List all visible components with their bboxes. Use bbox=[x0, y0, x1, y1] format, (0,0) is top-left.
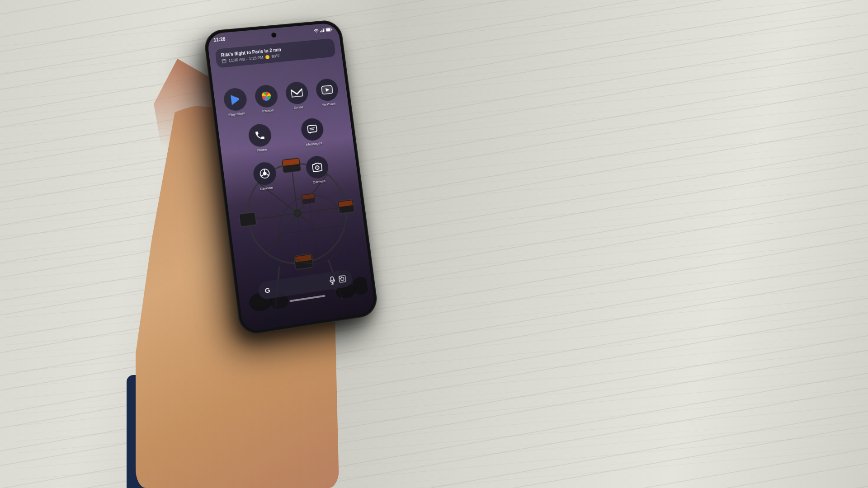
svg-point-49 bbox=[263, 172, 267, 176]
app-item-playstore[interactable]: Play Store bbox=[222, 87, 249, 117]
temperature: 90°F bbox=[271, 53, 280, 58]
app-item-photos[interactable]: Photos bbox=[254, 84, 279, 114]
chrome-logo-icon bbox=[258, 167, 271, 180]
phone-logo-icon bbox=[254, 129, 266, 141]
app-item-messages[interactable]: Messages bbox=[300, 117, 325, 147]
sun-icon bbox=[265, 55, 270, 59]
messages-logo-icon bbox=[306, 123, 319, 136]
svg-line-57 bbox=[331, 284, 334, 284]
svg-rect-58 bbox=[339, 275, 346, 282]
svg-rect-37 bbox=[222, 59, 226, 63]
playstore-icon[interactable] bbox=[222, 87, 248, 112]
svg-line-52 bbox=[267, 174, 269, 176]
chrome-icon[interactable] bbox=[252, 161, 278, 186]
app-item-phone[interactable]: Phone bbox=[247, 123, 273, 153]
app-item-gmail[interactable]: Gmail bbox=[284, 81, 310, 111]
svg-line-47 bbox=[310, 130, 314, 130]
lens-icon[interactable] bbox=[339, 275, 347, 283]
app-item-chrome[interactable]: Chrome bbox=[252, 161, 278, 192]
svg-rect-45 bbox=[307, 125, 317, 133]
messages-icon[interactable] bbox=[300, 117, 325, 142]
google-g-icon: G bbox=[264, 286, 271, 294]
wifi-icon bbox=[313, 28, 319, 33]
search-actions bbox=[329, 274, 346, 285]
phone-icon[interactable] bbox=[247, 123, 273, 148]
app-item-camera[interactable]: Camera bbox=[305, 155, 330, 185]
svg-line-50 bbox=[264, 169, 264, 172]
app-item-youtube[interactable]: YouTube bbox=[315, 78, 340, 107]
svg-rect-55 bbox=[330, 277, 334, 281]
svg-rect-60 bbox=[339, 276, 341, 279]
svg-line-46 bbox=[310, 128, 315, 128]
svg-line-40 bbox=[222, 61, 226, 61]
svg-rect-32 bbox=[323, 28, 324, 32]
svg-rect-31 bbox=[321, 30, 323, 32]
gmail-logo-icon bbox=[290, 88, 303, 99]
youtube-logo-icon bbox=[321, 85, 333, 95]
playstore-logo-icon bbox=[228, 93, 241, 106]
svg-point-54 bbox=[316, 167, 318, 169]
camera-app-icon[interactable] bbox=[305, 155, 330, 180]
photos-icon[interactable] bbox=[254, 84, 279, 108]
svg-rect-36 bbox=[331, 28, 332, 30]
svg-rect-16 bbox=[239, 212, 257, 227]
battery-icon bbox=[326, 27, 332, 32]
calendar-icon bbox=[222, 59, 226, 64]
svg-rect-30 bbox=[321, 31, 321, 33]
photos-logo-icon bbox=[259, 90, 273, 103]
gmail-icon[interactable] bbox=[284, 81, 309, 105]
signal-icon bbox=[320, 28, 325, 33]
status-time: 11:28 bbox=[213, 36, 226, 42]
svg-rect-35 bbox=[326, 28, 330, 31]
svg-rect-33 bbox=[324, 28, 325, 32]
mic-icon[interactable] bbox=[329, 276, 336, 285]
status-icons bbox=[313, 27, 332, 33]
svg-line-51 bbox=[261, 175, 263, 176]
youtube-icon[interactable] bbox=[315, 78, 339, 102]
camera-logo-icon bbox=[311, 162, 324, 173]
